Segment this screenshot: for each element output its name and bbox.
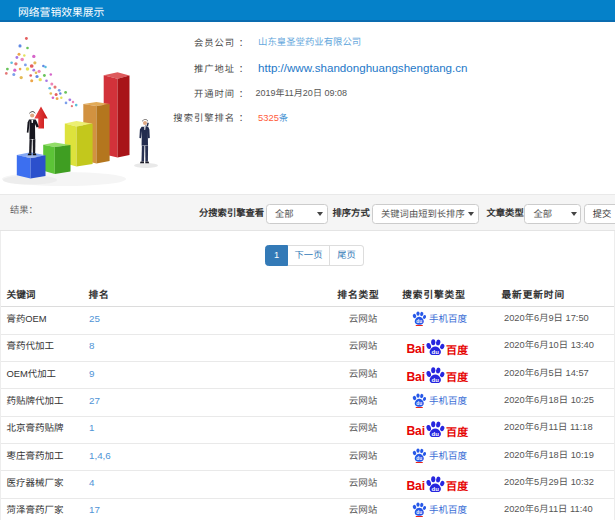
svg-text:du: du (416, 319, 422, 324)
svg-text:du: du (416, 456, 422, 461)
svg-text:du: du (416, 401, 422, 406)
svg-text:du: du (432, 349, 440, 355)
svg-text:du: du (432, 376, 440, 382)
svg-text:du: du (416, 510, 422, 515)
svg-text:du: du (432, 431, 440, 437)
svg-text:du: du (432, 485, 440, 491)
